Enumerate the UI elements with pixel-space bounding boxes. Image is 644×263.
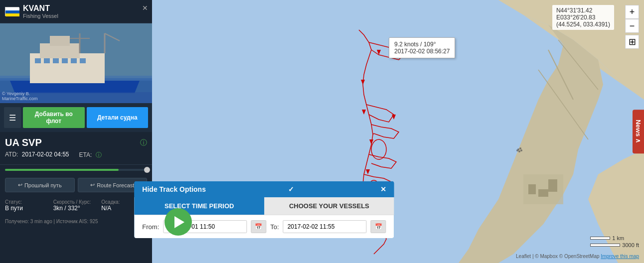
news-panel[interactable]: News ∧	[633, 110, 644, 153]
play-icon	[174, 216, 184, 228]
vessel-image: © Yevgeniy B.MarineTraffic.com	[0, 23, 152, 103]
from-label: From:	[142, 223, 159, 231]
left-panel: KVANT Fishing Vessel ✕	[0, 0, 152, 263]
vessel-details-button[interactable]: Детали судна	[87, 107, 149, 128]
track-back-icon: ↩	[18, 182, 22, 188]
svg-rect-37	[53, 58, 59, 63]
map-tooltip: 9.2 knots / 109° 2017-02-02 08:56:27	[389, 37, 455, 58]
image-credit: © Yevgeniy B.MarineTraffic.com	[2, 91, 38, 101]
zoom-controls: + − ⊞	[625, 5, 639, 49]
track-buttons: ↩ Прошлый путь ↩ Route Forecast	[0, 175, 152, 195]
vessel-header: KVANT Fishing Vessel ✕	[0, 0, 152, 23]
track-back-label: Прошлый путь	[24, 182, 62, 188]
add-fleet-button[interactable]: Добавить во флот	[23, 107, 85, 128]
speed-slider-container	[0, 165, 152, 175]
svg-rect-38	[62, 58, 68, 63]
zoom-in-button[interactable]: +	[625, 5, 639, 19]
vessel-name-group: KVANT Fishing Vessel	[23, 4, 58, 19]
from-calendar-button[interactable]: 📅	[251, 220, 266, 233]
tooltip-speed: 9.2 knots / 109°	[394, 41, 450, 48]
tab-choose-vessels[interactable]: CHOOSE YOUR VESSELS	[264, 197, 394, 215]
vessel-actions: ☰ Добавить во флот Детали судна	[0, 103, 152, 132]
map-layers-button[interactable]: ⊞	[625, 35, 639, 49]
callsign: UA SVP	[5, 137, 42, 148]
svg-rect-7	[548, 179, 557, 192]
svg-point-23	[518, 150, 520, 152]
svg-rect-5	[538, 189, 548, 197]
vessel-type: Fishing Vessel	[23, 13, 58, 19]
route-forecast-icon: ↩	[90, 182, 95, 188]
svg-rect-36	[44, 58, 50, 63]
map-scale: 1 km 3000 ft	[590, 235, 639, 248]
slider-thumb[interactable]	[144, 167, 150, 173]
stat-speed: Скорость / Курс: 3kn / 332°	[53, 199, 99, 212]
vessel-flag	[5, 7, 19, 16]
slider-fill	[5, 169, 119, 171]
svg-rect-39	[71, 58, 77, 63]
hamburger-button[interactable]: ☰	[4, 107, 21, 128]
svg-point-24	[520, 149, 522, 151]
to-time-input[interactable]	[283, 220, 367, 233]
svg-rect-35	[35, 58, 41, 63]
to-calendar-button[interactable]: 📅	[371, 220, 386, 233]
route-forecast-label: Route Forecast	[97, 182, 134, 188]
close-button[interactable]: ✕	[142, 4, 148, 12]
hide-track-label: Hide Track Options	[142, 185, 206, 193]
atd-eta-row: ATD: 2017-02-02 04:55 ETA: ⓘ	[5, 151, 147, 159]
stat-status: Статус: В пути	[5, 199, 51, 212]
track-back-button[interactable]: ↩ Прошлый путь	[5, 178, 75, 192]
svg-point-22	[519, 147, 521, 149]
svg-rect-27	[5, 10, 19, 13]
vessel-stats: Статус: В пути Скорость / Курс: 3kn / 33…	[0, 195, 152, 216]
play-button[interactable]	[164, 208, 192, 236]
tab-select-time[interactable]: SELECT TIME PERIOD	[134, 197, 264, 215]
svg-rect-28	[5, 13, 19, 16]
zoom-out-button[interactable]: −	[625, 19, 639, 33]
svg-rect-6	[528, 184, 536, 194]
vessel-info: UA SVP ⓘ ATD: 2017-02-02 04:55 ETA: ⓘ	[0, 132, 152, 165]
vessel-name: KVANT	[23, 4, 58, 13]
info-icon[interactable]: ⓘ	[140, 138, 147, 147]
svg-rect-26	[5, 7, 19, 10]
atd-value: 2017-02-02 04:55	[22, 151, 69, 158]
eta-info[interactable]: ⓘ	[96, 151, 102, 158]
svg-rect-34	[50, 36, 70, 46]
svg-rect-40	[80, 58, 86, 63]
atd-item: ATD: 2017-02-02 04:55	[5, 151, 69, 159]
vessel-bottom: Получено: 3 min ago | Источник AIS: 925	[0, 216, 152, 227]
track-options-header[interactable]: Hide Track Options ✓ ✕	[134, 181, 394, 197]
tooltip-time: 2017-02-02 08:56:27	[394, 48, 450, 55]
attribution: Leaflet | © Mapbox © OpenStreetMap Impro…	[516, 254, 639, 259]
svg-point-25	[516, 149, 518, 151]
slider-track[interactable]	[5, 169, 147, 171]
to-label: To:	[270, 223, 279, 231]
track-options-close[interactable]: ✕	[380, 185, 386, 193]
coords-display: N44°31'31.42 E033°26'20.83 (44.5254, 033…	[552, 5, 614, 30]
ship-photo: © Yevgeniy B.MarineTraffic.com	[0, 23, 152, 103]
eta-item: ETA: ⓘ	[79, 151, 102, 159]
